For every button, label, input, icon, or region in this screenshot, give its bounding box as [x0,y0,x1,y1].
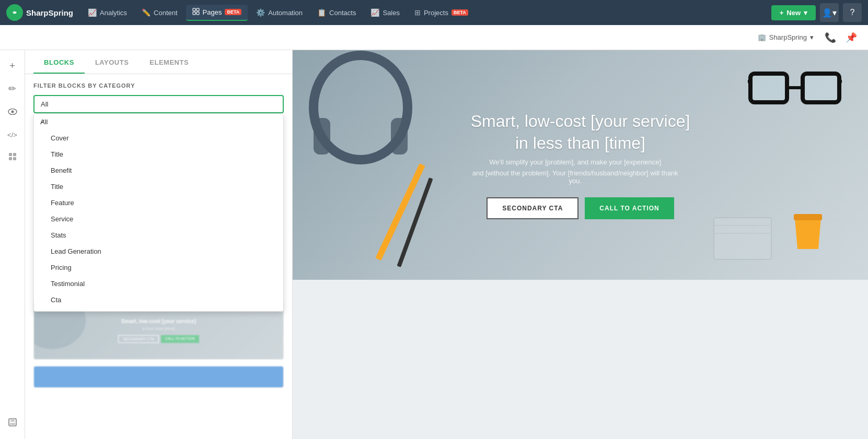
preview-blue-visual [34,366,283,387]
nav-contacts[interactable]: 📋 Contacts [311,5,362,20]
dropdown-item-stats[interactable]: Stats [34,227,283,243]
app-name: SharpSpring [26,8,73,17]
nav-pages[interactable]: Pages beta [186,5,248,21]
company-chevron: ▾ [810,33,814,41]
save-button[interactable] [3,414,22,433]
projects-beta-badge: beta [452,9,468,16]
dropdown-item-gallery[interactable]: Gallery [34,308,283,312]
hero-buttons: SECONDARY CTA CALL TO ACTION [471,197,690,219]
user-menu-button[interactable]: 👤▾ [820,3,839,22]
dropdown-item-title1[interactable]: Title [34,146,283,162]
company-selector[interactable]: 🏢 SharpSpring ▾ [754,31,818,43]
svg-rect-17 [750,74,787,102]
svg-rect-23 [714,218,771,259]
svg-rect-16 [391,118,408,155]
analytics-icon: 📈 [88,8,97,17]
pin-icon: 📌 [846,32,857,43]
dropdown-item-testimonial[interactable]: Testimonial [34,276,283,292]
code-icon: </> [7,131,17,139]
new-plus-icon: + [780,9,784,17]
eye-icon [8,106,17,117]
nav-content-label: Content [154,9,178,17]
svg-rect-9 [9,157,12,160]
svg-rect-10 [13,157,16,160]
filter-dropdown-list: All Cover Title Benefit Title [33,113,284,312]
building-icon: 🏢 [758,33,766,41]
svg-rect-15 [314,118,330,155]
nav-projects[interactable]: ⊞ Projects beta [408,5,474,20]
save-icon [8,418,17,430]
hero-title: Smart, low-cost [your service] in less t… [471,111,690,154]
new-button[interactable]: + New ▾ [771,5,816,20]
svg-rect-18 [803,74,839,102]
svg-rect-4 [196,12,199,15]
sales-icon: 📈 [371,8,379,17]
layers-icon [8,152,17,164]
nav-automation[interactable]: ⚙️ Automation [250,5,309,20]
pencil-icon: ✏ [8,83,16,94]
dropdown-item-cta[interactable]: Cta [34,292,283,308]
tab-layouts[interactable]: LAYOUTS [85,50,139,74]
nav-analytics[interactable]: 📈 Analytics [82,5,133,20]
panel-tabs: BLOCKS LAYOUTS ELEMENTS [25,50,292,74]
new-button-label: New [786,9,801,17]
help-button[interactable]: ? [843,3,862,22]
add-block-button[interactable]: + [3,56,22,75]
hero-section: Smart, low-cost [your service] in less t… [293,50,868,280]
pages-icon [192,8,200,17]
phone-button[interactable]: 📞 [822,29,839,46]
preview-card-blue[interactable] [33,366,284,388]
filter-heading: FILTER BLOCKS BY CATEGORY [33,82,284,89]
nav-content[interactable]: ✏️ Content [135,5,184,20]
layers-button[interactable] [3,148,22,167]
edit-button[interactable]: ✏ [3,79,22,98]
nav-projects-label: Projects [424,9,448,17]
tab-elements[interactable]: ELEMENTS [139,50,199,74]
svg-rect-8 [13,153,16,156]
dropdown-item-cover[interactable]: Cover [34,130,283,146]
svg-point-6 [11,110,14,113]
svg-rect-22 [794,214,822,220]
svg-rect-2 [196,8,199,11]
panel-body: FILTER BLOCKS BY CATEGORY All All Cover … [25,74,292,439]
svg-rect-12 [10,419,15,422]
pin-button[interactable]: 📌 [843,29,860,46]
logo-mark [6,4,23,21]
topnav-right: + New ▾ 👤▾ ? [771,3,862,22]
nav-pages-label: Pages [203,8,222,16]
nav-automation-label: Automation [268,9,303,17]
svg-rect-7 [9,153,12,156]
new-chevron-icon: ▾ [804,9,807,17]
top-navigation: SharpSpring 📈 Analytics ✏️ Content Pages… [0,0,868,25]
nav-sales-label: Sales [383,9,400,17]
notebook-decoration [711,215,774,264]
dropdown-item-pricing[interactable]: Pricing [34,259,283,276]
tab-blocks[interactable]: BLOCKS [33,50,85,74]
hero-text: Smart, low-cost [your service] in less t… [471,111,690,219]
secondary-cta-button[interactable]: SECONDARY CTA [487,197,578,219]
nav-sales[interactable]: 📈 Sales [364,5,406,20]
code-button[interactable]: </> [3,125,22,144]
nav-analytics-label: Analytics [100,9,127,17]
dropdown-item-all[interactable]: All [34,114,283,130]
svg-rect-1 [193,8,195,11]
dropdown-item-feature[interactable]: Feature [34,195,283,211]
app-logo[interactable]: SharpSpring [6,4,73,21]
primary-cta-button[interactable]: CALL TO ACTION [585,197,674,219]
filter-dropdown-trigger[interactable]: All [33,95,284,113]
preview-button[interactable] [3,102,22,121]
user-icon: 👤▾ [822,8,837,18]
glasses-decoration [748,66,842,115]
hero-subtitle-line1: We'll simplify your [problem], and make … [471,158,680,166]
pages-beta-badge: beta [225,9,241,15]
dropdown-item-service[interactable]: Service [34,211,283,227]
main-layout: + ✏ </> [0,50,868,439]
nav-contacts-label: Contacts [329,9,356,17]
dropdown-item-benefit[interactable]: Benefit [34,162,283,179]
headphones-decoration [303,50,418,201]
secondary-navigation: 🏢 SharpSpring ▾ 📞 📌 [0,25,868,50]
svg-rect-13 [10,423,15,426]
dropdown-item-lead-gen[interactable]: Lead Generation [34,243,283,259]
left-panel: BLOCKS LAYOUTS ELEMENTS FILTER BLOCKS BY… [25,50,293,439]
dropdown-item-title2[interactable]: Title [34,179,283,195]
